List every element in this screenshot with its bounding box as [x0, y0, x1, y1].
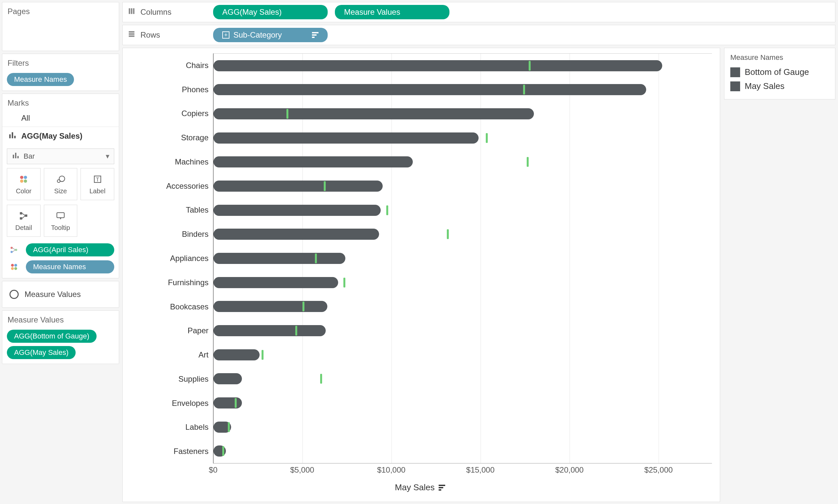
category-label[interactable]: Appliances — [128, 246, 213, 270]
filter-pill-measure-names[interactable]: Measure Names — [7, 73, 74, 86]
marks-layer-all[interactable]: All — [2, 110, 119, 127]
legend-item-bottom-of-gauge[interactable]: Bottom of Gauge — [730, 65, 830, 79]
svg-line-23 — [13, 248, 15, 250]
bar-may-sales[interactable] — [213, 373, 242, 384]
mark-type-dropdown[interactable]: Bar ▾ — [7, 148, 114, 164]
svg-rect-34 — [129, 35, 134, 37]
reference-tick-april-sales[interactable] — [315, 253, 317, 263]
category-label[interactable]: Copiers — [128, 102, 213, 126]
bar-may-sales[interactable] — [213, 349, 260, 360]
mark-drop-april-sales[interactable]: AGG(April Sales) — [2, 241, 119, 258]
svg-point-9 — [24, 179, 27, 182]
svg-rect-14 — [20, 212, 22, 214]
reference-tick-april-sales[interactable] — [486, 133, 488, 143]
legend-card[interactable]: Measure Names Bottom of Gauge May Sales — [724, 48, 835, 100]
legend-title: Measure Names — [730, 51, 830, 65]
svg-rect-16 — [25, 214, 28, 217]
bar-may-sales[interactable] — [213, 156, 413, 167]
bar-may-sales[interactable] — [213, 301, 327, 312]
bar-icon — [12, 151, 20, 161]
bar-may-sales[interactable] — [213, 60, 662, 71]
marks-title: Marks — [2, 94, 119, 110]
measure-values-card[interactable]: Measure Values AGG(Bottom of Gauge) AGG(… — [2, 310, 119, 364]
pages-card[interactable]: Pages — [2, 2, 119, 51]
reference-tick-april-sales[interactable] — [302, 302, 304, 311]
category-label[interactable]: Binders — [128, 222, 213, 246]
bar-may-sales[interactable] — [213, 205, 381, 216]
reference-tick-april-sales[interactable] — [343, 278, 345, 287]
svg-rect-30 — [131, 8, 132, 14]
svg-rect-3 — [13, 155, 14, 158]
mark-drop-measure-names[interactable]: Measure Names — [2, 258, 119, 278]
category-label[interactable]: Machines — [128, 150, 213, 174]
bar-may-sales[interactable] — [213, 253, 345, 264]
reference-tick-april-sales[interactable] — [386, 205, 388, 215]
mv-pill-bottom-of-gauge[interactable]: AGG(Bottom of Gauge) — [7, 330, 97, 343]
pages-title: Pages — [2, 2, 119, 18]
reference-tick-april-sales[interactable] — [447, 229, 449, 239]
category-label[interactable]: Supplies — [128, 367, 213, 391]
row-pill-subcategory[interactable]: + Sub-Category — [213, 28, 328, 42]
mark-card-label[interactable]: T Label — [81, 168, 114, 200]
category-label[interactable]: Storage — [128, 126, 213, 150]
mark-card-color[interactable]: Color — [7, 168, 40, 200]
left-sidebar: Pages Filters Measure Names Marks All AG… — [0, 0, 121, 504]
category-label[interactable]: Tables — [128, 198, 213, 222]
mark-card-detail[interactable]: Detail — [7, 205, 40, 237]
bar-may-sales[interactable] — [213, 108, 534, 119]
columns-shelf[interactable]: Columns AGG(May Sales) Measure Values — [122, 2, 835, 22]
filters-card[interactable]: Filters Measure Names — [2, 54, 119, 91]
bar-row — [213, 319, 712, 343]
reference-tick-april-sales[interactable] — [286, 109, 289, 119]
reference-tick-april-sales[interactable] — [295, 326, 297, 336]
bar-may-sales[interactable] — [213, 229, 379, 240]
reference-tick-april-sales[interactable] — [262, 350, 263, 360]
bar-row — [213, 367, 712, 391]
category-label[interactable]: Furnishings — [128, 270, 213, 295]
measure-values-layer-card[interactable]: Measure Values — [2, 281, 119, 308]
bar-row — [213, 150, 712, 174]
category-label[interactable]: Accessories — [128, 174, 213, 198]
columns-icon — [127, 7, 136, 17]
bar-row — [213, 415, 712, 439]
x-tick-label: $15,000 — [466, 465, 495, 474]
plot-area[interactable] — [213, 53, 712, 464]
svg-rect-19 — [57, 213, 65, 218]
mark-card-tooltip[interactable]: Tooltip — [44, 205, 77, 237]
reference-tick-april-sales[interactable] — [529, 61, 530, 71]
measure-values-title: Measure Values — [2, 311, 119, 326]
category-label[interactable]: Chairs — [128, 53, 213, 77]
category-label[interactable]: Envelopes — [128, 391, 213, 415]
bar-may-sales[interactable] — [213, 277, 338, 288]
x-axis-title[interactable]: May Sales — [128, 482, 712, 492]
category-label[interactable]: Bookcases — [128, 295, 213, 319]
svg-line-18 — [22, 216, 25, 218]
bar-row — [213, 102, 712, 126]
reference-tick-april-sales[interactable] — [228, 422, 230, 432]
mv-pill-may-sales[interactable]: AGG(May Sales) — [7, 346, 76, 359]
marks-layer-may-sales[interactable]: AGG(May Sales) — [2, 127, 119, 145]
svg-point-6 — [20, 176, 23, 179]
reference-tick-april-sales[interactable] — [523, 85, 525, 94]
bar-may-sales[interactable] — [213, 132, 478, 144]
rows-shelf[interactable]: Rows + Sub-Category — [122, 25, 835, 45]
col-pill-may-sales[interactable]: AGG(May Sales) — [213, 5, 328, 19]
reference-tick-april-sales[interactable] — [324, 181, 326, 191]
legend-item-may-sales[interactable]: May Sales — [730, 79, 830, 93]
category-label[interactable]: Paper — [128, 319, 213, 343]
reference-tick-april-sales[interactable] — [235, 398, 237, 408]
reference-tick-april-sales[interactable] — [527, 157, 529, 167]
category-label[interactable]: Phones — [128, 77, 213, 102]
bar-may-sales[interactable] — [213, 325, 326, 336]
bar-may-sales[interactable] — [213, 84, 646, 95]
bar-may-sales[interactable] — [213, 181, 383, 192]
category-label[interactable]: Labels — [128, 415, 213, 439]
reference-tick-april-sales[interactable] — [222, 446, 224, 456]
category-label[interactable]: Fasteners — [128, 439, 213, 464]
svg-rect-1 — [12, 132, 13, 138]
reference-tick-april-sales[interactable] — [320, 374, 322, 384]
category-label[interactable]: Art — [128, 343, 213, 367]
mark-card-size[interactable]: Size — [44, 168, 77, 200]
col-pill-measure-values[interactable]: Measure Values — [335, 5, 450, 19]
bar-may-sales[interactable] — [213, 397, 242, 409]
